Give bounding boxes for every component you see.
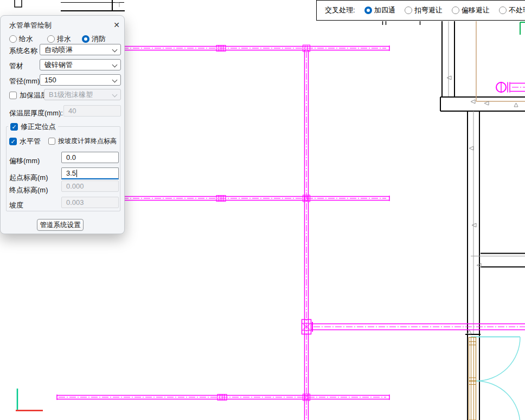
fix-point-checkbox[interactable]: ✓ 修正定位点 — [8, 122, 58, 132]
option-bend-avoid[interactable]: 扣弯避让 — [405, 5, 443, 15]
material-label: 管材 — [9, 61, 23, 71]
cross-handling-label: 交叉处理: — [325, 5, 355, 15]
radio-drainage[interactable]: 排水 — [47, 34, 71, 44]
radio-selected-icon — [364, 7, 372, 14]
double-door-symbol — [469, 337, 521, 420]
wall-lines — [440, 21, 525, 420]
chevron-down-icon — [112, 92, 118, 98]
radio-icon — [9, 35, 17, 43]
diameter-select[interactable]: 150 — [40, 74, 121, 86]
radio-icon — [452, 7, 459, 14]
offset-label: 偏移(mm) — [9, 156, 40, 166]
dialog-title: 水管单管绘制 — [9, 21, 52, 30]
end-elevation-field: 0.000 — [61, 180, 119, 192]
system-name-select[interactable]: 自动喷淋 — [40, 44, 121, 55]
insulation-thickness-label: 保温层厚度(mm): — [9, 108, 63, 118]
chevron-down-icon — [112, 47, 118, 53]
chevron-down-icon — [112, 77, 118, 83]
ucs-z-label: Z — [11, 410, 16, 419]
end-elevation-label: 终点标高(m) — [9, 185, 48, 195]
slope-label: 坡度 — [9, 201, 23, 210]
checkbox-icon — [9, 92, 17, 99]
chevron-down-icon — [112, 62, 118, 68]
pipe-draw-dialog: 水管单管绘制 ✕ 给水 排水 消防 系统名称 自动喷淋 管材 镀锌钢管 管径(m… — [0, 15, 125, 234]
radio-icon — [499, 7, 507, 14]
horizontal-pipe-checkbox[interactable]: ✓ 水平管 — [9, 137, 41, 146]
offset-input[interactable]: 0.0 — [61, 152, 119, 163]
radio-icon — [47, 35, 55, 43]
slope-endpoint-checkbox[interactable]: 按坡度计算终点标高 — [48, 137, 117, 146]
checkbox-checked-icon: ✓ — [9, 138, 17, 145]
radio-selected-icon — [82, 35, 89, 43]
ucs-x-label: X — [44, 410, 50, 419]
checkbox-checked-icon: ✓ — [10, 123, 18, 131]
diameter-label: 管径(mm) — [9, 76, 40, 86]
insulation-checkbox[interactable]: 加保温层 — [9, 91, 48, 100]
close-icon[interactable]: ✕ — [111, 20, 122, 30]
start-elevation-input[interactable]: 3.5 — [61, 167, 119, 179]
radio-water-supply[interactable]: 给水 — [9, 34, 33, 44]
pipe-network — [57, 45, 525, 420]
text-caret — [76, 170, 77, 177]
ucs-axis-icon: Y Z X — [11, 378, 50, 419]
option-offset-avoid[interactable]: 偏移避让 — [452, 5, 490, 15]
radio-icon — [405, 7, 412, 14]
application-window: Y Z X 交叉处理: 加四通 扣弯避让 偏移避让 不处理 水管单管绘制 ✕ — [0, 0, 525, 420]
cross-handling-toolbar: 交叉处理: 加四通 扣弯避让 偏移避让 不处理 — [316, 0, 525, 21]
option-no-handle[interactable]: 不处理 — [499, 5, 525, 15]
ucs-y-label: Y — [14, 378, 20, 387]
option-add-cross-tee[interactable]: 加四通 — [364, 5, 395, 15]
start-elevation-label: 起点标高(m) — [9, 173, 48, 183]
system-name-label: 系统名称 — [9, 46, 37, 56]
checkbox-icon — [48, 138, 55, 145]
annotation-triangles — [447, 76, 518, 334]
insulation-thickness-field: 40 — [63, 105, 121, 117]
insulation-type-select: B1级泡沫橡塑 — [44, 89, 121, 100]
material-select[interactable]: 镀锌钢管 — [40, 59, 121, 70]
slope-field: 0.003 — [61, 197, 119, 208]
pipe-system-settings-button[interactable]: 管道系统设置 — [37, 219, 84, 231]
radio-fire[interactable]: 消防 — [82, 34, 106, 44]
